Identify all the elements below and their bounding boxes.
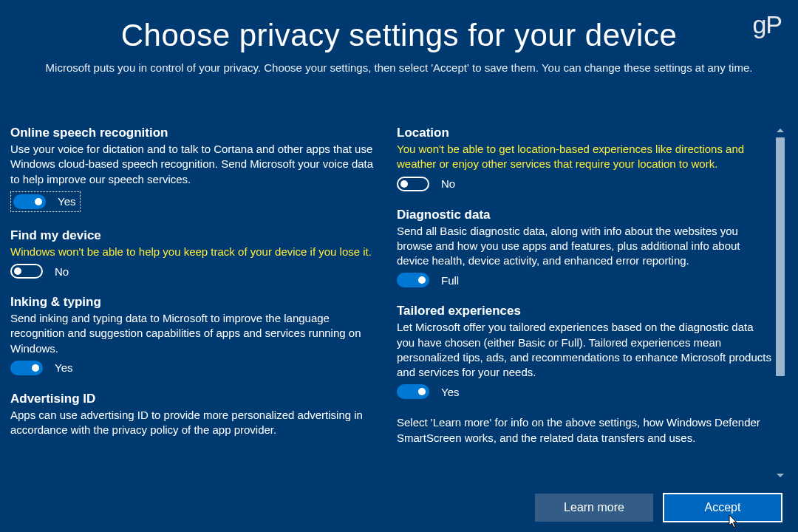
toggle-knob — [14, 267, 21, 275]
accept-button[interactable]: Accept — [664, 494, 782, 522]
setting-diagnostic-data: Diagnostic data Send all Basic diagnosti… — [397, 208, 771, 288]
learn-more-info-text: Select 'Learn more' for info on the abov… — [397, 415, 771, 446]
toggle-label: Full — [441, 274, 459, 287]
toggle-label: No — [55, 265, 69, 278]
vertical-scrollbar[interactable] — [774, 126, 786, 480]
setting-title: Location — [397, 126, 771, 140]
toggle-knob — [32, 364, 39, 372]
header: Choose privacy settings for your device … — [0, 0, 798, 75]
setting-inking-typing: Inking & typing Send inking and typing d… — [10, 295, 385, 375]
setting-description: Windows won't be able to help you keep t… — [10, 245, 385, 259]
setting-description: Send inking and typing data to Microsoft… — [10, 311, 385, 356]
setting-find-my-device: Find my device Windows won't be able to … — [10, 228, 385, 279]
setting-online-speech: Online speech recognition Use your voice… — [10, 126, 385, 212]
setting-tailored-experiences: Tailored experiences Let Microsoft offer… — [397, 304, 771, 399]
page-subtitle: Microsoft puts you in control of your pr… — [44, 61, 754, 75]
setting-title: Tailored experiences — [397, 304, 771, 318]
setting-description: Apps can use advertising ID to provide m… — [10, 408, 385, 438]
toggle-label: Yes — [441, 386, 459, 398]
setting-description: Send all Basic diagnostic data, along wi… — [397, 224, 771, 269]
focused-toggle-outline: Yes — [10, 191, 81, 212]
toggle-knob — [418, 276, 426, 284]
setting-title: Advertising ID — [10, 392, 385, 406]
setting-title: Online speech recognition — [10, 126, 385, 140]
find-my-device-toggle[interactable] — [10, 264, 43, 279]
settings-columns: Online speech recognition Use your voice… — [10, 126, 771, 480]
inking-typing-toggle[interactable] — [10, 361, 43, 375]
left-column: Online speech recognition Use your voice… — [10, 126, 385, 480]
speech-toggle[interactable] — [13, 194, 46, 209]
setting-title: Inking & typing — [10, 295, 385, 310]
setting-title: Find my device — [10, 228, 385, 243]
setting-location: Location You won't be able to get locati… — [397, 126, 771, 191]
toggle-knob — [35, 198, 42, 205]
toggle-label: No — [441, 177, 455, 190]
diagnostic-data-toggle[interactable] — [397, 273, 429, 287]
scroll-thumb[interactable] — [776, 137, 785, 376]
setting-advertising-id: Advertising ID Apps can use advertising … — [10, 392, 385, 438]
page-title: Choose privacy settings for your device — [30, 18, 768, 53]
scroll-down-icon[interactable] — [777, 474, 784, 477]
setting-description: You won't be able to get location-based … — [397, 142, 771, 172]
footer-buttons: Learn more Accept — [535, 494, 782, 522]
setting-title: Diagnostic data — [397, 208, 771, 222]
tailored-experiences-toggle[interactable] — [397, 384, 429, 399]
toggle-knob — [418, 388, 426, 395]
toggle-label: Yes — [55, 361, 72, 374]
setting-description: Use your voice for dictation and to talk… — [10, 142, 385, 187]
right-column: Location You won't be able to get locati… — [397, 126, 771, 480]
learn-more-button[interactable]: Learn more — [535, 494, 653, 522]
scroll-track[interactable] — [776, 137, 785, 468]
toggle-label: Yes — [58, 195, 75, 208]
scroll-up-icon[interactable] — [777, 129, 784, 132]
setting-description: Let Microsoft offer you tailored experie… — [397, 320, 771, 380]
settings-scroll-area: Online speech recognition Use your voice… — [10, 126, 788, 480]
location-toggle[interactable] — [397, 177, 429, 191]
toggle-knob — [400, 180, 408, 188]
watermark-text: gP — [752, 10, 782, 39]
